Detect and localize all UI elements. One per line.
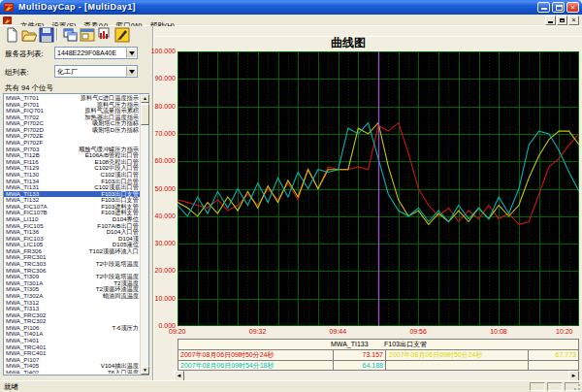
open-button[interactable] bbox=[21, 27, 37, 42]
signal-list: MWA_TI701原料气C进口温度指示MWA_PI701原料气压力指示MWA_F… bbox=[4, 95, 140, 374]
signal-count: 共有 94 个位号 bbox=[5, 83, 53, 93]
legend-row: 2007年08月06日09时50分24秒 73.157 2007年08月06日0… bbox=[178, 350, 578, 361]
legend-header-row: MWA_TI133 F103出口支管 bbox=[178, 340, 578, 350]
y-axis-label: 10.000 bbox=[137, 295, 176, 302]
server-select[interactable]: 1448E229F08A40E bbox=[54, 47, 138, 59]
legend-time: 2007年08月06日09时50分24秒 bbox=[178, 350, 334, 360]
document-icon bbox=[3, 16, 13, 25]
signal-desc: T-6顶压力 bbox=[112, 325, 139, 332]
legend-row: 2007年08月06日09时54分18秒 64.188 bbox=[178, 361, 578, 371]
minimize-button[interactable] bbox=[537, 2, 550, 13]
y-axis-label: 70.000 bbox=[137, 130, 176, 137]
save-button[interactable] bbox=[39, 27, 54, 42]
server-select-dropdown[interactable] bbox=[126, 48, 137, 58]
group-select[interactable]: 化工厂 bbox=[54, 65, 138, 78]
legend-time bbox=[387, 361, 529, 371]
cascade-windows-button[interactable] bbox=[62, 27, 78, 42]
legend-value: 64.188 bbox=[335, 361, 386, 371]
group-list-label: 组列表: bbox=[5, 68, 29, 78]
signal-desc: T6入口温度 bbox=[108, 370, 139, 374]
legend-table: MWA_TI133 F103出口支管 2007年08月06日09时50分24秒 … bbox=[178, 339, 579, 371]
y-axis-label: 30.000 bbox=[137, 240, 176, 246]
x-axis-label: 09:20 bbox=[169, 328, 186, 335]
chart-panel: 曲线图 100.00090.00080.00070.00060.00050.00… bbox=[154, 26, 582, 380]
mdi-restore-button[interactable] bbox=[557, 16, 567, 25]
x-axis-label: 09:56 bbox=[409, 328, 427, 335]
title-bar: MultiDayCap - [MultiDay1] × bbox=[0, 0, 582, 15]
legend-tag: MWA_TI133 bbox=[331, 340, 369, 349]
resize-grip[interactable] bbox=[571, 381, 581, 391]
group-select-dropdown[interactable] bbox=[126, 66, 137, 77]
sidebar: 服务器列表: 1448E229F08A40E 组列表: 化工厂 共有 94 个位… bbox=[0, 44, 153, 380]
x-axis-label: 10:08 bbox=[490, 328, 507, 335]
list-item[interactable]: MWA_TI402T6入口温度 bbox=[4, 370, 140, 374]
signal-desc: 吸附塔D压力指标 bbox=[92, 127, 139, 134]
x-axis-label: 09:44 bbox=[330, 328, 347, 335]
y-axis-label: 20.000 bbox=[137, 267, 176, 274]
window-title: MultiDayCap - [MultiDay1] bbox=[18, 2, 136, 12]
mdi-minimize-button[interactable] bbox=[545, 16, 556, 25]
y-axis-label: 80.000 bbox=[137, 103, 176, 110]
mdi-close-button[interactable]: × bbox=[568, 16, 579, 25]
y-axis-label: 90.000 bbox=[137, 75, 176, 82]
toolbar-separator bbox=[56, 28, 58, 41]
restore-button[interactable] bbox=[552, 2, 565, 13]
chevron-down-icon bbox=[129, 70, 135, 77]
status-pane bbox=[547, 382, 563, 391]
status-bar: 就绪 bbox=[0, 380, 582, 392]
status-pane bbox=[530, 382, 545, 391]
app-icon bbox=[4, 2, 15, 13]
chevron-down-icon bbox=[129, 51, 135, 58]
legend-value: 67.773 bbox=[530, 350, 578, 360]
y-axis-label: 40.000 bbox=[137, 212, 176, 219]
y-axis-label: 60.000 bbox=[137, 157, 176, 164]
signal-tag: MWA_TI402 bbox=[6, 370, 39, 374]
edit-pen-button[interactable] bbox=[114, 27, 130, 42]
y-axis-label: 100.000 bbox=[137, 48, 176, 54]
chart-canvas[interactable] bbox=[178, 51, 579, 326]
legend-desc: F103出口支管 bbox=[384, 340, 427, 349]
close-button[interactable]: × bbox=[566, 2, 579, 13]
signal-desc: 蜡油回流温度 bbox=[103, 293, 139, 300]
menu-bar: 文件(F)设置(S)查看(V)窗口(W)帮助(H) × bbox=[0, 15, 582, 26]
server-list-label: 服务器列表: bbox=[5, 49, 44, 59]
print-report-button[interactable] bbox=[97, 27, 113, 42]
server-select-value: 1448E229F08A40E bbox=[57, 49, 116, 58]
group-select-value: 化工厂 bbox=[57, 67, 78, 77]
window-view-button[interactable] bbox=[80, 27, 95, 42]
x-axis-label: 09:32 bbox=[249, 328, 267, 335]
legend-value bbox=[530, 361, 578, 371]
chart-title: 曲线图 bbox=[154, 35, 542, 51]
legend-time: 2007年08月06日09时54分18秒 bbox=[178, 361, 334, 371]
signal-listbox: MWA_TI701原料气C进口温度指示MWA_PI701原料气压力指示MWA_F… bbox=[3, 93, 149, 376]
status-text: 就绪 bbox=[4, 382, 18, 392]
signal-desc: T102顶循环油入口 bbox=[89, 248, 139, 255]
new-button[interactable] bbox=[4, 27, 19, 42]
y-axis-label: 50.000 bbox=[137, 185, 176, 192]
legend-value: 73.157 bbox=[335, 350, 386, 360]
menu-items: 文件(F)设置(S)查看(V)窗口(W)帮助(H) bbox=[16, 15, 178, 26]
legend-time: 2007年08月06日09时50分24秒 bbox=[387, 350, 529, 360]
x-axis-label: 10:20 bbox=[556, 328, 573, 335]
signal-desc: T2中段返塔温度 bbox=[96, 261, 139, 268]
scroll-down-button[interactable]: ▼ bbox=[141, 366, 149, 375]
app-window: MultiDayCap - [MultiDay1] × 文件(F)设置(S)查看… bbox=[0, 0, 582, 392]
